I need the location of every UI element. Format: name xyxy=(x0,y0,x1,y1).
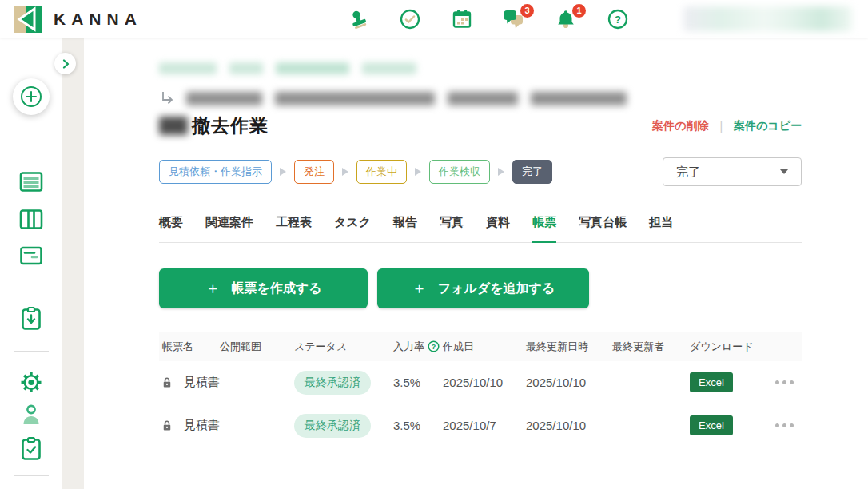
clipboard-check-icon xyxy=(21,436,42,461)
table-header-row: 帳票名 公開範囲 ステータス 入力率 ? 作成日 最終更新日時 最終更新者 ダウ… xyxy=(159,332,802,361)
tab-forms-active[interactable]: 帳票 xyxy=(532,215,556,243)
created-date: 2025/10/10 xyxy=(443,376,526,389)
form-actions: ＋ 帳票を作成する ＋ フォルダを追加する xyxy=(159,268,802,308)
excel-download-button[interactable]: Excel xyxy=(690,372,733,392)
step-arrow-icon xyxy=(498,168,504,176)
status-dropdown[interactable]: 完了 xyxy=(663,157,802,186)
header-download: ダウンロード xyxy=(690,340,768,354)
form-name[interactable]: 見積書 xyxy=(184,418,220,433)
table-row[interactable]: 見積書 最終承認済 3.5% 2025/10/7 2025/10/10 Exce… xyxy=(159,404,802,447)
help-icon[interactable]: ? xyxy=(603,5,632,34)
columns-board-icon xyxy=(19,209,43,230)
parent-case-name-blurred xyxy=(186,92,627,105)
sidebar-gap xyxy=(62,38,84,489)
sidebar-item-report[interactable] xyxy=(19,245,43,266)
forms-table: 帳票名 公開範囲 ステータス 入力率 ? 作成日 最終更新日時 最終更新者 ダウ… xyxy=(159,332,802,447)
header-updated: 最終更新日時 xyxy=(526,340,612,354)
parent-case-row[interactable] xyxy=(159,89,802,107)
user-account-area[interactable] xyxy=(683,6,852,31)
input-rate-value: 3.5% xyxy=(393,376,443,389)
updated-date: 2025/10/10 xyxy=(526,419,612,432)
chevron-right-icon xyxy=(61,59,70,69)
breadcrumb-blurred-item xyxy=(229,62,263,74)
child-arrow-icon xyxy=(159,89,177,107)
sidebar-divider xyxy=(14,351,49,352)
sidebar-expand-button[interactable] xyxy=(54,53,76,74)
sidebar-item-tasks[interactable] xyxy=(21,436,42,461)
add-folder-button[interactable]: ＋ フォルダを追加する xyxy=(377,268,589,308)
sidebar-item-list[interactable] xyxy=(19,171,43,193)
sidebar-item-board[interactable] xyxy=(19,209,43,230)
person-icon xyxy=(20,404,43,427)
table-row[interactable]: 見積書 最終承認済 3.5% 2025/10/10 2025/10/10 Exc… xyxy=(159,361,802,404)
breadcrumb-blurred-item xyxy=(276,62,349,74)
lock-icon xyxy=(162,418,172,433)
header-input-rate-label: 入力率 xyxy=(393,340,424,354)
form-name[interactable]: 見積書 xyxy=(184,375,220,390)
bell-icon[interactable]: 1 xyxy=(551,5,580,34)
sidebar xyxy=(0,38,62,489)
case-actions: 案件の削除 | 案件のコピー xyxy=(652,119,802,133)
create-new-button[interactable] xyxy=(13,78,50,115)
header-status: ステータス xyxy=(294,340,393,354)
updated-date: 2025/10/10 xyxy=(526,376,612,389)
kanna-logo[interactable]: KANNA xyxy=(0,6,142,33)
copy-case-link[interactable]: 案件のコピー xyxy=(734,119,802,133)
link-separator: | xyxy=(719,120,723,133)
breadcrumb-blurred-item xyxy=(159,62,217,74)
tab-photos[interactable]: 写真 xyxy=(440,215,464,243)
title-prefix-blurred xyxy=(159,117,188,135)
sidebar-divider xyxy=(14,475,49,476)
row-menu-icon[interactable] xyxy=(774,419,795,432)
row-menu-icon[interactable] xyxy=(774,376,795,389)
chat-badge: 3 xyxy=(520,4,534,18)
plus-circle-icon xyxy=(20,85,42,108)
stamp-approval-icon[interactable] xyxy=(344,5,372,34)
input-rate-value: 3.5% xyxy=(393,419,443,432)
delete-case-link[interactable]: 案件の削除 xyxy=(652,119,708,133)
tab-photo-ledger[interactable]: 写真台帳 xyxy=(579,215,627,243)
header-form-name: 帳票名 xyxy=(159,340,220,354)
main-content: 撤去作業 案件の削除 | 案件のコピー 見積依頼・作業指示 発注 作業中 作業検… xyxy=(84,38,868,489)
status-badge: 最終承認済 xyxy=(294,371,371,395)
calendar-icon[interactable] xyxy=(448,5,476,34)
report-card-icon xyxy=(19,245,43,266)
sidebar-item-settings[interactable] xyxy=(19,370,44,395)
step-estimate-request[interactable]: 見積依頼・作業指示 xyxy=(159,160,272,184)
step-order[interactable]: 発注 xyxy=(294,160,334,184)
tab-related-cases[interactable]: 関連案件 xyxy=(205,215,253,243)
add-folder-label: フォルダを追加する xyxy=(438,280,555,297)
page-title: 撤去作業 xyxy=(192,113,269,138)
step-complete[interactable]: 完了 xyxy=(512,160,552,184)
create-form-button[interactable]: ＋ 帳票を作成する xyxy=(159,268,368,308)
help-tooltip-icon[interactable]: ? xyxy=(428,340,440,352)
plus-icon: ＋ xyxy=(205,278,220,299)
sidebar-item-profile[interactable] xyxy=(20,404,43,427)
bell-badge: 1 xyxy=(572,4,586,18)
tab-reports[interactable]: 報告 xyxy=(393,215,417,243)
header-input-rate: 入力率 ? xyxy=(393,340,443,354)
breadcrumb-blurred-item xyxy=(362,62,416,74)
calendar-glyph xyxy=(451,8,473,30)
tab-overview[interactable]: 概要 xyxy=(159,215,183,243)
breadcrumb[interactable] xyxy=(159,58,802,79)
title-row: 撤去作業 案件の削除 | 案件のコピー xyxy=(159,113,802,138)
question-glyph: ? xyxy=(607,8,629,30)
excel-download-button[interactable]: Excel xyxy=(690,415,733,435)
tab-assignee[interactable]: 担当 xyxy=(649,215,673,243)
check-circle-icon[interactable] xyxy=(396,5,424,34)
stamp-icon xyxy=(347,8,369,30)
sidebar-item-download[interactable] xyxy=(21,306,42,331)
gear-icon xyxy=(19,370,44,395)
tab-documents[interactable]: 資料 xyxy=(486,215,510,243)
tab-tasks[interactable]: タスク xyxy=(334,215,371,243)
step-arrow-icon xyxy=(415,168,421,176)
step-inspection[interactable]: 作業検収 xyxy=(429,160,490,184)
check-icon xyxy=(399,8,421,30)
plus-icon: ＋ xyxy=(412,278,427,299)
header-icon-group: 3 1 ? xyxy=(344,0,632,38)
caret-down-icon xyxy=(780,169,788,174)
step-in-progress[interactable]: 作業中 xyxy=(356,160,407,184)
chat-icon[interactable]: 3 xyxy=(500,5,528,34)
tab-schedule[interactable]: 工程表 xyxy=(276,215,312,243)
